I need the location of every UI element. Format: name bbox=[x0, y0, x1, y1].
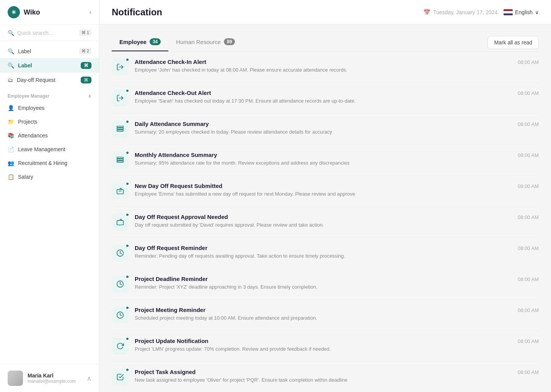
folder-icon: 📁 bbox=[8, 119, 14, 125]
tab-employee[interactable]: Employee 34 bbox=[112, 34, 168, 51]
logo-icon: ✳ bbox=[8, 6, 20, 18]
layers-icon: 📚 bbox=[8, 132, 14, 139]
user-info[interactable]: Maria Karl mariakrl@example.com bbox=[8, 371, 76, 386]
notif-title: Project Deadline Reminder bbox=[135, 276, 512, 282]
notif-desc: Summary: 20 employees checked in today. … bbox=[135, 129, 512, 136]
notif-title: New Day Off Request Submitted bbox=[135, 183, 512, 189]
tabs-row: Employee 34 Human Resource 89 Mark all a… bbox=[112, 34, 539, 52]
notif-body: Monthly Attendance Summary Summary: 95% … bbox=[135, 152, 512, 167]
svg-rect-8 bbox=[117, 189, 124, 194]
notification-item[interactable]: Day Off Request Approval Needed Day off … bbox=[112, 207, 539, 238]
notif-icon-wrap bbox=[112, 214, 129, 230]
notif-icon-wrap bbox=[112, 90, 129, 106]
app-logo[interactable]: ✳ Wiko bbox=[8, 6, 40, 18]
tabs: Employee 34 Human Resource 89 bbox=[112, 34, 243, 51]
nav-shortcut: ⌘ 2 bbox=[79, 48, 91, 54]
svg-rect-2 bbox=[117, 126, 124, 127]
notif-body: Day Off Request Approval Needed Day off … bbox=[135, 214, 512, 229]
notif-icon-wrap bbox=[112, 152, 129, 168]
notification-item[interactable]: Day Off Request Reminder Reminder: Pendi… bbox=[112, 238, 539, 269]
notification-item[interactable]: Monthly Attendance Summary Summary: 95% … bbox=[112, 145, 539, 176]
notif-icon-wrap bbox=[112, 245, 129, 261]
nav-label: Label bbox=[18, 62, 32, 69]
unread-dot bbox=[126, 337, 129, 341]
nav-label: Employees bbox=[18, 105, 44, 111]
people-icon: 👥 bbox=[8, 160, 14, 166]
notif-time: 08:00 AM bbox=[518, 245, 539, 251]
sidebar-item-salary[interactable]: 📋 Salary bbox=[0, 170, 99, 184]
unread-dot bbox=[126, 368, 129, 372]
tab-label: Human Resource bbox=[176, 39, 221, 45]
notif-title: Project Update Notification bbox=[135, 338, 512, 344]
sidebar-footer: Maria Karl mariakrl@example.com ∧ bbox=[0, 364, 99, 392]
sidebar-item-leave[interactable]: 📄 Leave Management bbox=[0, 142, 99, 156]
sidebar-item-label1[interactable]: 🔍 Label ⌘ 2 bbox=[0, 44, 99, 58]
notif-desc: Reminder: Project 'XYZ' deadline approac… bbox=[135, 284, 512, 291]
nav-badge: ⌘ bbox=[81, 77, 91, 83]
tab-hr[interactable]: Human Resource 89 bbox=[168, 34, 243, 51]
notif-icon-wrap bbox=[112, 276, 129, 292]
notif-time: 08:00 AM bbox=[518, 59, 539, 65]
svg-rect-6 bbox=[117, 159, 124, 160]
search-icon: 🔍 bbox=[8, 48, 14, 54]
sidebar-collapse-button[interactable]: ‹ bbox=[90, 9, 91, 16]
notif-desc: Employee 'Emma' has submitted a new day … bbox=[135, 191, 512, 198]
document-icon: 📄 bbox=[8, 146, 14, 152]
notif-time: 08:00 AM bbox=[518, 121, 539, 127]
top-bar: Notification 📅 Tuesday, January 17, 2024… bbox=[99, 0, 551, 24]
notif-icon-wrap bbox=[112, 183, 129, 199]
notif-time: 08:00 AM bbox=[518, 369, 539, 375]
notif-body: Project Update Notification Project 'LMN… bbox=[135, 338, 512, 353]
unread-dot bbox=[126, 244, 129, 248]
sidebar-item-recruitment[interactable]: 👥 Recruitment & Hiring bbox=[0, 156, 99, 170]
notif-body: Project Deadline Reminder Reminder: Proj… bbox=[135, 276, 512, 291]
sidebar-item-dayoff[interactable]: 🗂 Day-off Request ⌘ bbox=[0, 73, 99, 87]
notification-item[interactable]: Project Update Notification Project 'LMN… bbox=[112, 331, 539, 362]
notif-desc: New task assigned to employee 'Oliver' f… bbox=[135, 377, 512, 384]
notification-item[interactable]: Attendance Check-In Alert Employee 'John… bbox=[112, 52, 539, 83]
chevron-up-icon[interactable]: ∧ bbox=[87, 375, 91, 382]
quick-search[interactable]: 🔍 Quick search... ⌘ 1 bbox=[0, 25, 99, 41]
notification-item[interactable]: New Day Off Request Submitted Employee '… bbox=[112, 176, 539, 207]
sidebar-item-label2[interactable]: 🔍 Label ⌘ bbox=[0, 58, 99, 73]
mark-all-button[interactable]: Mark all as read bbox=[487, 36, 539, 49]
notification-item[interactable]: Project Deadline Reminder Reminder: Proj… bbox=[112, 269, 539, 300]
notification-item[interactable]: Attendance Check-Out Alert Employee 'Sar… bbox=[112, 83, 539, 114]
avatar bbox=[8, 371, 23, 386]
notif-body: Attendance Check-In Alert Employee 'John… bbox=[135, 59, 512, 74]
notification-item[interactable]: Project Task Assigned New task assigned … bbox=[112, 362, 539, 392]
notif-desc: Scheduled project meeting today at 10:00… bbox=[135, 315, 512, 322]
notif-icon-wrap bbox=[112, 369, 129, 385]
page-title: Notification bbox=[112, 7, 162, 18]
sidebar-item-projects[interactable]: 📁 Projects bbox=[0, 115, 99, 129]
tab-label: Employee bbox=[119, 39, 147, 45]
notif-desc: Employee 'John' has checked in today at … bbox=[135, 67, 512, 74]
notif-time: 08:00 AM bbox=[518, 214, 539, 220]
notif-time: 08:00 AM bbox=[518, 183, 539, 189]
unread-dot bbox=[126, 182, 129, 186]
unread-dot bbox=[126, 120, 129, 124]
sidebar-item-attendances[interactable]: 📚 Attendances bbox=[0, 129, 99, 142]
notif-title: Attendance Check-Out Alert bbox=[135, 90, 512, 96]
search-left: 🔍 Quick search... bbox=[8, 30, 53, 36]
notif-title: Project Task Assigned bbox=[135, 369, 512, 375]
user-email: mariakrl@example.com bbox=[28, 379, 76, 384]
sidebar-item-employees[interactable]: 👤 Employees bbox=[0, 101, 99, 115]
notif-body: Daily Attendance Summary Summary: 20 emp… bbox=[135, 121, 512, 136]
notification-item[interactable]: Project Meeting Reminder Scheduled proje… bbox=[112, 300, 539, 331]
svg-rect-5 bbox=[117, 157, 124, 158]
notif-icon-wrap bbox=[112, 59, 129, 75]
notif-title: Day Off Request Approval Needed bbox=[135, 214, 512, 220]
notification-item[interactable]: Daily Attendance Summary Summary: 20 emp… bbox=[112, 114, 539, 145]
nav-label: Recruitment & Hiring bbox=[18, 160, 67, 166]
unread-dot bbox=[126, 89, 129, 93]
notif-body: Day Off Request Reminder Reminder: Pendi… bbox=[135, 245, 512, 260]
svg-rect-4 bbox=[117, 130, 124, 131]
notif-time: 08:00 AM bbox=[518, 152, 539, 158]
notification-list: Attendance Check-In Alert Employee 'John… bbox=[112, 52, 539, 392]
notif-icon-wrap bbox=[112, 121, 129, 137]
section-label: Employee Manager ∧ bbox=[0, 87, 99, 101]
language-label: English bbox=[515, 9, 533, 15]
language-selector[interactable]: English ∨ bbox=[504, 9, 539, 15]
sidebar-nav: 🔍 Label ⌘ 2 🔍 Label ⌘ 🗂 Day-off Request … bbox=[0, 41, 99, 364]
